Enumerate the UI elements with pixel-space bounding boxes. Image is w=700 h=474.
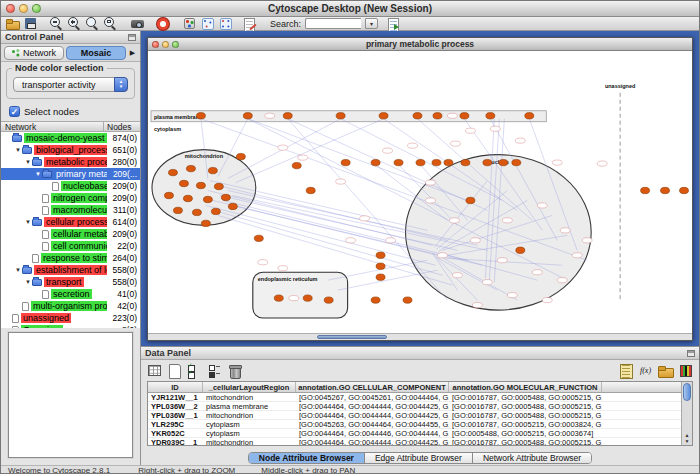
selected-gene-node[interactable]	[214, 183, 223, 189]
nodes-column-header[interactable]: Nodes	[104, 122, 140, 132]
gene-node[interactable]	[572, 253, 582, 258]
selected-gene-node[interactable]	[394, 159, 403, 165]
new-attr-icon[interactable]	[167, 363, 182, 378]
selected-gene-node[interactable]	[661, 187, 670, 193]
network-tree-item[interactable]: ▼metabolic process280(0)	[1, 156, 140, 168]
gene-node[interactable]	[408, 143, 418, 148]
open-session-icon[interactable]	[6, 17, 19, 30]
selected-gene-node[interactable]	[371, 297, 380, 303]
delete-attr-icon[interactable]	[227, 363, 242, 378]
select-nodes-checkbox[interactable]	[9, 106, 20, 117]
network-view-window[interactable]: primary metabolic process plasma membran…	[147, 37, 693, 341]
selected-gene-node[interactable]	[376, 252, 385, 258]
network-tree-item[interactable]: ▼transport558(0)	[1, 276, 140, 288]
gene-node[interactable]	[289, 296, 299, 301]
gene-node[interactable]	[542, 298, 552, 303]
gene-node[interactable]	[532, 270, 542, 275]
annotation-icon[interactable]	[243, 17, 256, 30]
unselect-all-icon[interactable]	[207, 363, 222, 378]
selected-gene-node[interactable]	[254, 235, 263, 241]
gene-node[interactable]	[450, 141, 460, 146]
network-tree-item[interactable]: multi-organism pro42(0)	[1, 300, 140, 312]
selected-gene-node[interactable]	[183, 195, 192, 201]
gene-node[interactable]	[537, 203, 547, 208]
network-tree-item[interactable]: ▼cellular process614(0)	[1, 216, 140, 228]
selected-gene-node[interactable]	[336, 113, 345, 119]
selected-gene-node[interactable]	[228, 203, 237, 209]
tab-network-attribute-browser[interactable]: Network Attribute Browser	[473, 453, 591, 463]
gene-node[interactable]	[265, 113, 275, 118]
selected-gene-node[interactable]	[525, 113, 534, 119]
scrollbar-arrows-icon[interactable]: ▲▼	[682, 432, 692, 444]
network-tree-item[interactable]: secretion41(0)	[1, 288, 140, 300]
minimize-button[interactable]	[19, 4, 28, 13]
gene-node[interactable]	[482, 280, 492, 285]
selected-gene-node[interactable]	[201, 220, 210, 226]
gene-node[interactable]	[597, 161, 607, 166]
selected-gene-node[interactable]	[486, 113, 495, 119]
gene-node[interactable]	[346, 238, 356, 243]
collapse-triangle-icon[interactable]: ▼	[24, 219, 32, 225]
selected-gene-node[interactable]	[432, 159, 441, 165]
canvas-horizontal-scrollbar[interactable]	[148, 333, 692, 340]
formula-icon[interactable]	[638, 363, 653, 378]
network-tree-item[interactable]: unassigned223(0)	[1, 312, 140, 324]
save-session-icon[interactable]	[24, 17, 37, 30]
edge[interactable]	[236, 119, 384, 183]
gene-node[interactable]	[437, 253, 447, 258]
gene-node[interactable]	[560, 228, 570, 233]
gene-node[interactable]	[336, 179, 346, 184]
table-vertical-scrollbar[interactable]: ▲▼	[681, 382, 692, 445]
gene-node[interactable]	[383, 148, 393, 153]
network-tree-item[interactable]: cellular metabo209(0)	[1, 228, 140, 240]
selected-gene-node[interactable]	[641, 187, 650, 193]
column-header[interactable]: annotation.GO CELLULAR_COMPONENT	[296, 382, 449, 392]
selected-gene-node[interactable]	[371, 159, 380, 165]
notes-icon[interactable]	[618, 363, 633, 378]
selected-gene-node[interactable]	[203, 196, 212, 202]
network-column-header[interactable]: Network	[1, 122, 104, 131]
tab-node-attribute-browser[interactable]: Node Attribute Browser	[249, 453, 365, 463]
zoom-region-icon[interactable]	[104, 17, 117, 30]
selected-gene-node[interactable]	[303, 295, 312, 301]
network-tree-item[interactable]: Overview8(0)	[1, 324, 140, 328]
network-graph[interactable]: plasma membranecytoplasmmitochondrionnuc…	[148, 51, 692, 333]
maximize-button[interactable]	[32, 4, 41, 13]
selected-gene-node[interactable]	[376, 263, 385, 269]
selected-gene-node[interactable]	[413, 113, 422, 119]
selected-gene-node[interactable]	[516, 247, 525, 253]
gene-node[interactable]	[515, 138, 525, 143]
tab-mosaic[interactable]: Mosaic	[66, 46, 126, 60]
select-all-icon[interactable]	[187, 363, 202, 378]
collapse-triangle-icon[interactable]: ▼	[24, 159, 32, 165]
gene-node[interactable]	[447, 113, 457, 118]
gene-node[interactable]	[472, 303, 482, 308]
selected-gene-node[interactable]	[444, 159, 453, 165]
gene-node[interactable]	[278, 145, 288, 150]
selected-gene-node[interactable]	[499, 159, 508, 165]
node-color-dropdown[interactable]: transporter activity ▲▼	[13, 77, 128, 92]
selected-gene-node[interactable]	[466, 197, 475, 203]
gene-node[interactable]	[278, 266, 288, 271]
selected-gene-node[interactable]	[306, 187, 315, 193]
selected-gene-node[interactable]	[379, 113, 388, 119]
collapse-triangle-icon[interactable]: ▼	[34, 171, 42, 177]
collapse-triangle-icon[interactable]: ▼	[14, 267, 22, 273]
selected-gene-node[interactable]	[208, 167, 217, 173]
search-input[interactable]	[305, 18, 361, 29]
network-tree-item[interactable]: ▼biological_process651(0)	[1, 144, 140, 156]
network-tree-item[interactable]: ▼primary metabo209(...	[1, 168, 140, 180]
column-header[interactable]: ID	[148, 382, 203, 392]
selected-gene-node[interactable]	[186, 165, 195, 171]
tab-edge-attribute-browser[interactable]: Edge Attribute Browser	[365, 453, 473, 463]
close-button[interactable]	[6, 4, 15, 13]
gene-node[interactable]	[490, 126, 500, 131]
open-folder-icon[interactable]	[658, 363, 673, 378]
selected-gene-node[interactable]	[512, 159, 521, 165]
network-tree-item[interactable]: nucleobase-co209(0)	[1, 180, 140, 192]
selected-gene-node[interactable]	[196, 113, 205, 119]
layout-b-icon[interactable]	[219, 17, 232, 30]
edge[interactable]	[338, 270, 438, 290]
gene-node[interactable]	[465, 128, 475, 133]
selected-gene-node[interactable]	[403, 297, 412, 303]
